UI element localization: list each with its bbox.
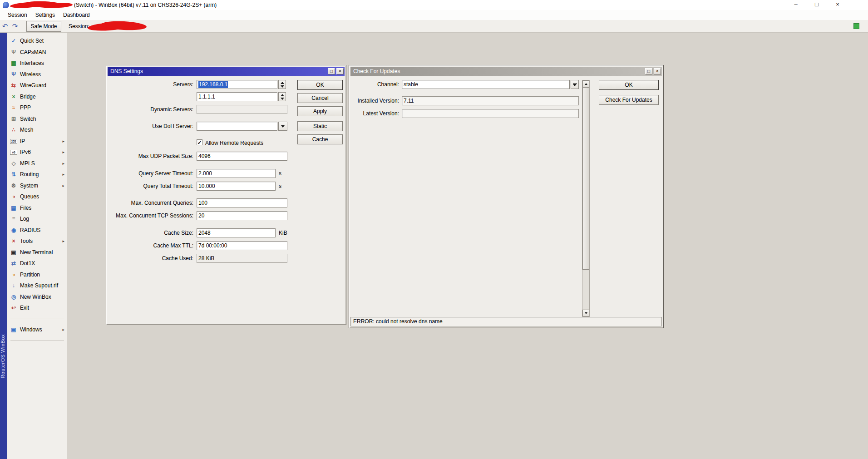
dns-cancel-button[interactable]: Cancel [297,93,343,103]
cache-size-input[interactable] [197,228,276,237]
cache-used-label: Cache Used: [110,255,193,262]
updates-dialog-titlebar[interactable]: Check For Updates □ × [350,67,662,76]
sidebar-item-partition[interactable]: ◑Partition [7,269,67,281]
wireless-icon: Ψ [10,71,17,78]
updates-ok-button[interactable]: OK [599,80,659,90]
item-label: CAPsMAN [20,49,64,55]
item-label: Interfaces [20,60,64,66]
max-queries-label: Max. Concurrent Queries: [110,200,193,206]
sidebar-item-capsman[interactable]: ΨCAPsMAN [7,47,67,58]
max-tcp-sessions-input[interactable] [197,211,287,220]
tools-icon: × [10,237,17,245]
sidebar-item-wireless[interactable]: ΨWireless [7,69,67,80]
dns-ok-button[interactable]: OK [297,80,343,90]
item-label: Exit [20,305,64,311]
sidebar-item-log[interactable]: ≡Log [7,213,67,225]
sidebar-item-interfaces[interactable]: ▦Interfaces [7,58,67,69]
sidebar-item-routing[interactable]: ⇅Routing▸ [7,169,67,180]
submenu-arrow-icon: ▸ [62,239,64,243]
sidebar-item-tools[interactable]: ×Tools▸ [7,236,67,247]
dns-dialog-titlebar[interactable]: DNS Settings □ × [108,67,345,76]
max-tcp-sessions-label: Max. Concurrent TCP Sessions: [110,212,193,219]
servers2-input[interactable] [197,92,277,101]
check-for-updates-button[interactable]: Check For Updates [599,95,659,105]
routing-icon: ⇅ [10,171,17,178]
submenu-arrow-icon: ▸ [62,172,64,177]
dynamic-servers-label: Dynamic Servers: [110,106,193,113]
sidebar-item-wireguard[interactable]: ⇆WireGuard [7,80,67,91]
max-queries-input[interactable] [197,198,287,207]
submenu-arrow-icon: ▸ [62,327,64,332]
mesh-icon: ∴ [10,126,17,133]
query-server-timeout-input[interactable] [197,169,276,178]
doh-server-input[interactable] [197,122,277,131]
sidebar-item-windows[interactable]: ▣Windows▸ [7,324,67,336]
session-label: Session: [69,23,89,30]
undo-icon[interactable]: ↶ [0,22,10,30]
dns-cache-button[interactable]: Cache [297,134,343,144]
sidebar-item-queues[interactable]: ◑Queues [7,191,67,202]
scroll-down-button[interactable] [582,310,589,316]
sidebar-item-new-terminal[interactable]: ▣New Terminal [7,247,67,258]
dns-settings-dialog: DNS Settings □ × Servers: 192.168.0.1 Dy… [106,65,346,325]
sidebar-item-mpls[interactable]: ◇MPLS▸ [7,158,67,169]
sidebar-item-files[interactable]: ▤Files [7,202,67,214]
new-terminal-icon: ▣ [10,249,17,256]
allow-remote-checkbox[interactable]: ✓ [197,139,202,145]
updates-close-button[interactable]: × [654,68,661,74]
sidebar-item-system[interactable]: ⚙System▸ [7,180,67,192]
submenu-arrow-icon: ▸ [62,139,64,143]
sidebar-item-make-supout[interactable]: ↓Make Supout.rif [7,280,67,291]
updates-restore-button[interactable]: □ [645,68,652,74]
sidebar-item-mesh[interactable]: ∴Mesh [7,124,67,136]
max-udp-label: Max UDP Packet Size: [110,153,193,159]
menu-dashboard[interactable]: Dashboard [59,10,94,20]
scrollbar-thumb[interactable] [582,87,589,270]
minimize-button[interactable]: – [785,0,806,10]
toolbar: ↶ ↷ Safe Mode Session: [0,20,868,33]
item-label: New Terminal [20,249,64,256]
cache-size-label: Cache Size: [110,230,193,236]
ipv6-icon: v6 [10,150,17,155]
sidebar-item-exit[interactable]: ↩Exit [7,302,67,314]
cache-max-ttl-input[interactable] [197,241,287,250]
capsman-icon: Ψ [10,49,17,56]
scroll-up-button[interactable] [582,80,589,87]
sidebar-item-ip[interactable]: 255IP▸ [7,136,67,147]
sidebar-menu: ✓Quick Set ΨCAPsMAN ▦Interfaces ΨWireles… [7,33,67,459]
menu-session[interactable]: Session [4,10,31,20]
dns-static-button[interactable]: Static [297,121,343,131]
query-total-timeout-input[interactable] [197,182,276,191]
channel-input[interactable] [402,80,570,89]
channel-dropdown-button[interactable] [571,80,579,89]
item-label: Dot1X [20,260,64,267]
dns-apply-button[interactable]: Apply [297,106,343,116]
sidebar-item-ppp[interactable]: ≈PPP [7,102,67,114]
sidebar-item-dot1x[interactable]: ⇄Dot1X [7,258,67,269]
radius-icon: ◉ [10,227,17,234]
system-icon: ⚙ [10,182,17,189]
sidebar-item-ipv6[interactable]: v6IPv6▸ [7,147,67,158]
window-titlebar: (Switch) - WinBox (64bit) v7.11 on CRS32… [0,0,868,10]
servers-input[interactable]: 192.168.0.1 [197,80,277,89]
max-udp-input[interactable] [197,152,287,161]
item-label: Queues [20,193,64,200]
safe-mode-button[interactable]: Safe Mode [26,21,61,32]
maximize-button[interactable]: □ [806,0,827,10]
dns-restore-button[interactable]: □ [328,68,335,74]
doh-dropdown-button[interactable] [278,122,287,131]
menu-settings[interactable]: Settings [31,10,59,20]
item-label: Switch [20,116,64,122]
make-supout-icon: ↓ [10,282,17,289]
dns-close-button[interactable]: × [336,68,344,74]
sidebar-item-new-winbox[interactable]: ◎New WinBox [7,291,67,303]
sidebar-item-bridge[interactable]: ×Bridge [7,91,67,103]
sidebar-item-switch[interactable]: ⊞Switch [7,114,67,125]
sidebar-item-radius[interactable]: ◉RADIUS [7,225,67,236]
updates-scrollbar[interactable] [582,80,590,317]
close-button[interactable]: × [827,0,848,10]
servers-spinner[interactable] [278,80,286,89]
sidebar-item-quick-set[interactable]: ✓Quick Set [7,35,67,47]
redo-icon[interactable]: ↷ [10,22,20,30]
servers2-spinner[interactable] [278,92,286,101]
